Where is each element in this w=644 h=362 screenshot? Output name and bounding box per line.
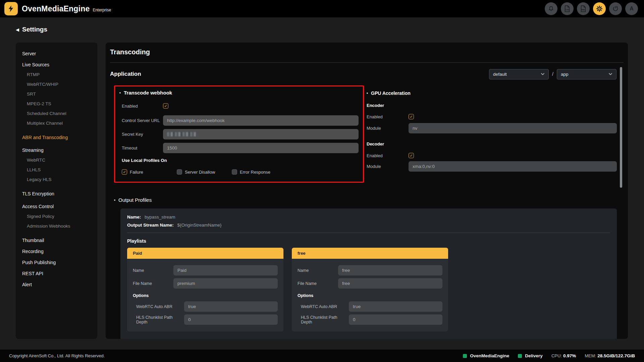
- output-profile-card: Name: bypass_stream Output Stream Name: …: [120, 208, 617, 339]
- sidebar-item-scheduled-channel[interactable]: Scheduled Channel: [22, 109, 97, 118]
- secret-key-input[interactable]: [163, 129, 359, 139]
- encoder-module-input[interactable]: [409, 123, 617, 133]
- account-avatar-button[interactable]: A: [625, 2, 638, 15]
- status-green-indicator: [518, 354, 522, 358]
- sidebar-item-multiplex-channel[interactable]: Multiplex Channel: [22, 118, 97, 128]
- output-stream-name-label: Output Stream Name:: [127, 223, 174, 228]
- server-disallow-checkbox[interactable]: [177, 169, 182, 175]
- playlists-heading: Playlists: [127, 238, 610, 244]
- sidebar-item-abr-and-transcoding[interactable]: ABR and Transcoding: [22, 133, 97, 142]
- path-separator: /: [552, 71, 553, 77]
- playlist-file-name-label: File Name: [133, 281, 173, 286]
- status-green-indicator: [463, 354, 467, 358]
- engine-status-delivery: Delivery: [518, 353, 543, 358]
- sidebar-item-webrtc[interactable]: WebRTC: [22, 155, 97, 165]
- main-content-panel: Transcoding Application default / app: [106, 43, 628, 339]
- sidebar-item-rtmp[interactable]: RTMP: [22, 70, 97, 79]
- vhost-app-selectors: default / app: [489, 69, 616, 79]
- timeout-input[interactable]: [163, 143, 359, 153]
- sidebar-item-tls-encryption[interactable]: TLS Encryption: [22, 189, 97, 199]
- app-select[interactable]: app: [557, 69, 616, 79]
- restart-button[interactable]: [609, 2, 622, 15]
- mem-value: 28.5GiB/122.7GiB: [597, 353, 635, 358]
- back-arrow-icon: ◀: [16, 27, 19, 32]
- playlist-paid-file-name-input[interactable]: [173, 278, 278, 289]
- sidebar-item-llhls[interactable]: LLHLS: [22, 165, 97, 175]
- log-file-button[interactable]: LOG: [561, 2, 574, 15]
- footer-status-group: OvenMediaEngine Delivery CPU:0.97% MEM:2…: [463, 353, 635, 358]
- encoder-label: Encoder: [367, 103, 617, 108]
- sidebar-item-signed-policy[interactable]: Signed Policy: [22, 212, 97, 221]
- playlist-free-name-input[interactable]: [338, 265, 442, 276]
- avatar-letter: A: [630, 6, 634, 12]
- sidebar-item-admission-webhooks[interactable]: Admission Webhooks: [22, 221, 97, 231]
- transcode-webhook-title: Transcode webhook: [119, 90, 363, 96]
- sidebar-item-recording[interactable]: Recording: [22, 247, 97, 256]
- gpu-acceleration-title: GPU Acceleration: [367, 90, 617, 96]
- playlist-paid-name-input[interactable]: [173, 265, 278, 276]
- decoder-module-input[interactable]: [409, 161, 617, 172]
- failure-checkbox-item: Failure: [122, 169, 177, 175]
- encoder-enabled-label: Enabled: [367, 114, 409, 119]
- sidebar-item-server[interactable]: Server: [22, 49, 97, 59]
- output-stream-name-row: Output Stream Name: ${OriginStreamName}: [127, 223, 610, 228]
- brand-name: OvenMediaEngine: [22, 4, 90, 13]
- gear-icon: [596, 5, 603, 12]
- engine-status-ovenmediaengine: OvenMediaEngine: [463, 353, 509, 358]
- control-server-url-input[interactable]: [163, 115, 359, 126]
- encoder-enabled-checkbox[interactable]: [409, 114, 414, 119]
- sidebar-item-webrtc-whip[interactable]: WebRTC/WHIP: [22, 79, 97, 89]
- xml-file-icon: XML: [580, 5, 587, 12]
- header-actions: LOG XML: [545, 2, 638, 15]
- sidebar-item-streaming[interactable]: Streaming: [22, 145, 97, 155]
- error-response-label: Error Response: [240, 170, 270, 175]
- playlist-paid-webrtc-auto-abr-input[interactable]: [184, 301, 278, 312]
- breadcrumb[interactable]: ◀ Settings: [16, 26, 47, 33]
- use-local-profiles-label: Use Local Profiles On: [122, 158, 359, 163]
- playlist-free-webrtc-auto-abr-input[interactable]: [349, 301, 442, 312]
- playlist-paid-hls-depth-input[interactable]: [184, 314, 278, 325]
- xml-file-button[interactable]: XML: [577, 2, 590, 15]
- server-disallow-label: Server Disallow: [185, 170, 215, 175]
- webrtc-auto-abr-label: WebRTC Auto ABR: [136, 304, 184, 309]
- section-title-transcoding: Transcoding: [110, 48, 150, 56]
- playlist-free-file-name-input[interactable]: [338, 278, 442, 289]
- playlist-file-name-label: File Name: [298, 281, 338, 286]
- decoder-enabled-checkbox[interactable]: [409, 153, 414, 158]
- sidebar-item-thumbnail[interactable]: Thumbnail: [22, 236, 97, 245]
- application-heading: Application: [110, 71, 141, 77]
- profile-divider: [127, 233, 610, 233]
- sidebar-item-srt[interactable]: SRT: [22, 89, 97, 99]
- failure-checkbox[interactable]: [122, 169, 127, 175]
- playlist-options-heading: Options: [298, 293, 442, 298]
- brand-logo[interactable]: [4, 2, 18, 15]
- page-title: Settings: [22, 26, 47, 33]
- settings-gear-button[interactable]: [593, 2, 606, 15]
- main-panel-scrollbar[interactable]: [620, 67, 622, 188]
- error-response-checkbox-item: Error Response: [232, 169, 287, 175]
- restart-icon: [612, 5, 619, 12]
- decoder-enabled-label: Enabled: [367, 153, 409, 158]
- playlist-card-paid: Paid Name File Name Options WebRTC Auto: [127, 248, 283, 331]
- sidebar-item-mpeg2ts[interactable]: MPEG-2 TS: [22, 99, 97, 109]
- playlist-free-header[interactable]: free: [292, 248, 448, 259]
- sidebar-item-rest-api[interactable]: REST API: [22, 269, 97, 279]
- output-stream-name-value: ${OriginStreamName}: [177, 223, 222, 228]
- webhook-enabled-checkbox[interactable]: [163, 103, 168, 109]
- cpu-value: 0.97%: [563, 353, 576, 358]
- sidebar-item-access-control[interactable]: Access Control: [22, 202, 97, 212]
- playlist-free-hls-depth-input[interactable]: [349, 314, 442, 325]
- playlist-paid-header[interactable]: Paid: [127, 248, 283, 259]
- sidebar-item-push-publishing[interactable]: Push Publishing: [22, 258, 97, 267]
- error-response-checkbox[interactable]: [232, 169, 237, 175]
- mem-label: MEM:: [585, 353, 596, 358]
- playlists-row: Paid Name File Name Options WebRTC Auto: [127, 248, 610, 331]
- playlist-card-free: free Name File Name Options WebRTC Auto: [292, 248, 448, 331]
- sidebar-item-live-sources[interactable]: Live Sources: [22, 60, 97, 70]
- notification-bell-button[interactable]: [545, 2, 557, 15]
- status-footer: Copyright AirenSoft Co., Ltd. All Rights…: [0, 350, 644, 362]
- profile-name-value: bypass_stream: [145, 215, 175, 220]
- sidebar-item-legacy-hls[interactable]: Legacy HLS: [22, 175, 97, 184]
- vhost-select[interactable]: default: [489, 69, 549, 79]
- sidebar-item-alert[interactable]: Alert: [22, 280, 97, 290]
